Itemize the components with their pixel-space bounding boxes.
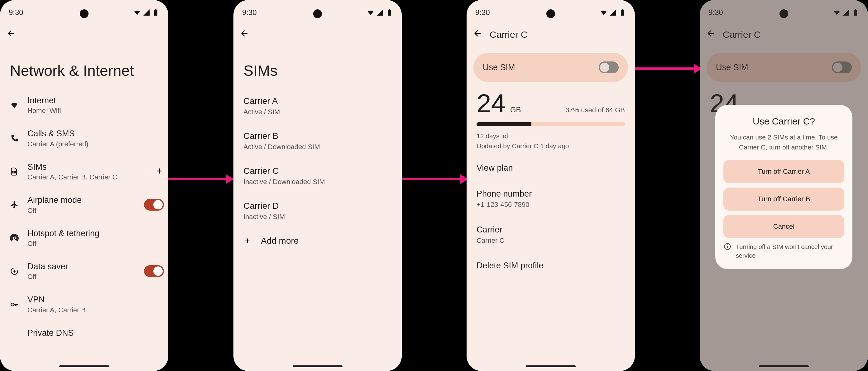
use-sim-row[interactable]: Use SIM — [473, 53, 628, 82]
wifi-icon — [133, 9, 141, 16]
entry-title: View plan — [476, 163, 625, 173]
plus-icon — [155, 167, 164, 175]
button-label: Turn off Carrier B — [758, 195, 810, 203]
data-saver-icon — [10, 267, 19, 276]
sim-item-carrier-d[interactable]: Carrier D Inactive / SIM — [243, 194, 392, 228]
sim-item-carrier-b[interactable]: Carrier B Active / Downloaded SIM — [243, 123, 392, 159]
row-title: Internet — [27, 95, 164, 106]
row-calls-sms[interactable]: Calls & SMS Carrier A (preferred) — [10, 122, 164, 155]
add-more-button[interactable]: Add more — [243, 228, 392, 253]
wifi-icon — [367, 9, 374, 16]
usage-text: 37% used of 64 GB — [565, 106, 625, 114]
status-icons — [600, 9, 626, 16]
usage-updated: Updated by Carrier C 1 day ago — [476, 141, 625, 151]
use-sim-label: Use SIM — [483, 63, 515, 73]
row-title: Private DNS — [27, 328, 164, 338]
back-button[interactable] — [473, 29, 482, 40]
info-icon — [723, 242, 732, 251]
row-subtitle: Off — [27, 273, 135, 281]
camera-notch — [546, 9, 555, 18]
add-sim-button[interactable] — [155, 167, 164, 177]
row-subtitle: Off — [27, 206, 135, 215]
button-label: Turn off Carrier A — [758, 168, 810, 175]
usage-bar — [476, 122, 625, 126]
row-title: SIMs — [27, 162, 140, 172]
wifi-icon — [600, 9, 608, 16]
nav-handle[interactable] — [759, 365, 809, 367]
button-label: Cancel — [773, 223, 795, 230]
row-internet[interactable]: Internet Home_Wifi — [10, 89, 164, 122]
vpn-key-icon — [10, 300, 19, 309]
back-button[interactable] — [6, 29, 16, 40]
row-sims[interactable]: SIMs Carrier A, Carrier B, Carrier C — [10, 155, 164, 188]
row-data-saver[interactable]: Data saver Off — [10, 255, 164, 288]
row-title: Calls & SMS — [27, 129, 164, 139]
row-subtitle: Off — [27, 240, 164, 248]
entry-title: Phone number — [476, 189, 625, 199]
row-title: VPN — [27, 294, 164, 305]
signal-icon — [609, 9, 617, 16]
row-title: Data saver — [27, 261, 135, 272]
divider — [149, 165, 149, 178]
status-time: 9:30 — [475, 8, 490, 17]
row-subtitle: Carrier A, Carrier B — [27, 306, 164, 314]
signal-icon — [143, 9, 150, 16]
back-button[interactable] — [240, 29, 249, 40]
phone-icon — [10, 134, 19, 143]
row-delete-sim[interactable]: Delete SIM profile — [476, 253, 625, 279]
sim-name: Carrier B — [243, 131, 392, 141]
airplane-toggle[interactable] — [144, 199, 164, 210]
nav-handle[interactable] — [293, 365, 343, 367]
airplane-icon — [10, 200, 19, 209]
appbar-title: Carrier C — [490, 29, 528, 40]
battery-icon — [152, 9, 160, 16]
arrow-back-icon — [473, 29, 482, 38]
page-title: Network & Internet — [0, 44, 168, 89]
usage-days-left: 12 days left — [476, 131, 625, 141]
svg-rect-5 — [727, 245, 728, 245]
row-carrier[interactable]: Carrier Carrier C — [476, 217, 625, 253]
sim-item-carrier-c[interactable]: Carrier C Inactive / Downloaded SIM — [243, 159, 392, 194]
add-more-label: Add more — [261, 236, 299, 246]
row-vpn[interactable]: VPN Carrier A, Carrier B — [10, 288, 164, 321]
row-subtitle: Home_Wifi — [27, 107, 164, 115]
usage-amount: 24 — [476, 89, 505, 118]
status-time: 9:30 — [242, 8, 257, 17]
usage-unit: GB — [510, 106, 521, 114]
plus-icon — [243, 237, 251, 245]
cancel-button[interactable]: Cancel — [723, 215, 844, 238]
row-title: Airplane mode — [27, 195, 135, 205]
entry-value: +1-123-456-7890 — [476, 201, 625, 209]
row-view-plan[interactable]: View plan — [476, 155, 625, 181]
battery-icon — [619, 9, 626, 16]
sim-status: Inactive / SIM — [243, 213, 392, 221]
row-airplane[interactable]: Airplane mode Off — [10, 188, 164, 221]
flow-arrow — [162, 178, 233, 180]
entry-title: Carrier — [476, 225, 625, 235]
dialog-message: You can use 2 SIMs at a time. To use Car… — [723, 132, 844, 152]
data-saver-toggle[interactable] — [144, 265, 164, 277]
dialog-title: Use Carrier C? — [723, 116, 844, 127]
turn-off-carrier-b-button[interactable]: Turn off Carrier B — [723, 188, 844, 210]
entry-value: Carrier C — [476, 236, 625, 245]
sim-name: Carrier A — [243, 96, 392, 106]
row-subtitle: Carrier A (preferred) — [27, 140, 164, 148]
row-subtitle: Carrier A, Carrier B, Carrier C — [27, 173, 140, 181]
sim-name: Carrier D — [243, 201, 392, 211]
nav-handle[interactable] — [59, 365, 109, 367]
nav-handle[interactable] — [526, 365, 576, 367]
sim-status: Inactive / Downloaded SIM — [243, 178, 392, 186]
row-phone-number[interactable]: Phone number +1-123-456-7890 — [476, 181, 625, 217]
row-hotspot[interactable]: Hotspot & tethering Off — [10, 222, 164, 255]
status-time: 9:30 — [9, 8, 23, 17]
sim-status: Active / SIM — [243, 108, 392, 116]
arrow-back-icon — [6, 29, 16, 38]
camera-notch — [313, 9, 322, 18]
row-private-dns[interactable]: Private DNS — [10, 321, 164, 345]
use-sim-toggle[interactable] — [599, 61, 619, 73]
hotspot-icon — [10, 234, 19, 242]
turn-off-carrier-a-button[interactable]: Turn off Carrier A — [723, 160, 844, 183]
sim-item-carrier-a[interactable]: Carrier A Active / SIM — [243, 89, 392, 123]
use-carrier-dialog: Use Carrier C? You can use 2 SIMs at a t… — [715, 105, 852, 269]
entry-title: Delete SIM profile — [476, 261, 625, 270]
